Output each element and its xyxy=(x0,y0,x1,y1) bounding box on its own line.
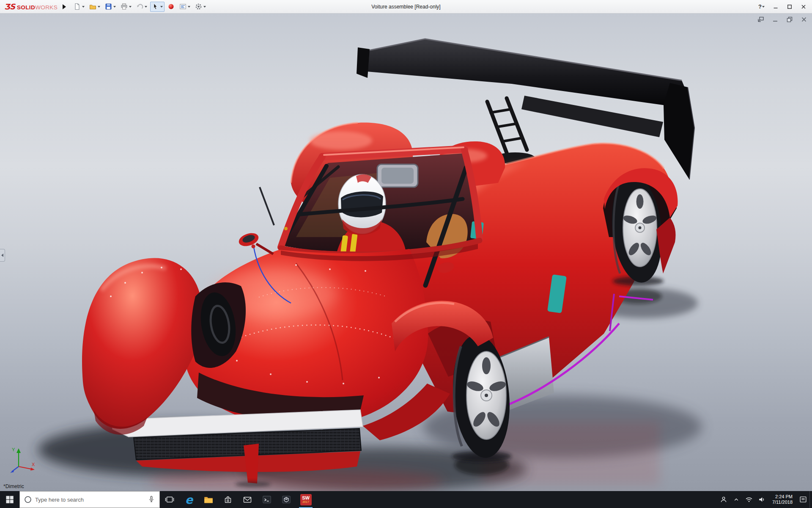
store-icon xyxy=(223,494,233,505)
solidworks-window: ƷS SOLID WORKS xyxy=(0,0,812,508)
appearance-button[interactable] xyxy=(166,2,176,12)
quick-access-toolbar xyxy=(72,2,208,12)
cube-icon xyxy=(281,494,292,505)
float-window-icon xyxy=(757,17,764,22)
dropdown-caret-icon xyxy=(160,6,163,8)
appearance-sphere-icon xyxy=(167,3,175,10)
edge-app-button[interactable]: e xyxy=(179,491,199,508)
taskbar: e xyxy=(0,491,812,508)
print-button[interactable] xyxy=(119,2,133,12)
save-icon xyxy=(105,3,112,10)
volume-button[interactable] xyxy=(755,491,768,508)
maximize-button[interactable] xyxy=(782,0,796,13)
dropdown-caret-icon xyxy=(145,6,147,8)
windows-start-icon xyxy=(5,494,15,505)
drawing-sheet-button[interactable] xyxy=(178,2,192,12)
new-document-icon xyxy=(74,3,81,10)
restore-document-button[interactable] xyxy=(785,16,794,23)
action-center-icon xyxy=(798,495,808,504)
triad-y-label: Y xyxy=(12,447,15,452)
restore-icon xyxy=(787,17,793,22)
undo-button[interactable] xyxy=(134,2,149,12)
file-explorer-icon xyxy=(203,494,214,505)
chevron-up-icon xyxy=(732,495,741,504)
show-desktop-strip[interactable] xyxy=(809,491,812,508)
3d-viewer-app-button[interactable] xyxy=(277,491,296,508)
maximize-icon xyxy=(787,4,792,9)
print-icon xyxy=(121,3,128,10)
dropdown-caret-icon xyxy=(113,6,116,8)
help-button[interactable]: ? xyxy=(754,0,768,13)
clock-time: 2:24 PM xyxy=(775,494,793,500)
file-explorer-button[interactable] xyxy=(199,491,218,508)
new-document-button[interactable] xyxy=(72,2,86,12)
orientation-triad: Y X xyxy=(8,444,38,477)
console-app-button[interactable] xyxy=(257,491,277,508)
store-app-button[interactable] xyxy=(218,491,238,508)
microphone-icon[interactable] xyxy=(147,495,156,504)
minimize-icon xyxy=(772,17,778,22)
console-icon xyxy=(261,494,272,505)
save-button[interactable] xyxy=(103,2,118,12)
open-icon xyxy=(89,3,96,10)
close-button[interactable] xyxy=(796,0,810,13)
dropdown-caret-icon xyxy=(98,6,100,8)
triad-x-label: X xyxy=(32,462,35,467)
close-document-button[interactable] xyxy=(799,16,809,23)
close-icon xyxy=(801,17,807,22)
minimize-button[interactable] xyxy=(768,0,782,13)
solidworks-icon: SW 2017 xyxy=(300,494,312,505)
hidden-icons-button[interactable] xyxy=(730,491,743,508)
window-controls: ? xyxy=(754,0,810,13)
network-icon xyxy=(744,495,754,504)
dropdown-caret-icon xyxy=(203,6,206,8)
people-icon xyxy=(719,495,728,504)
volume-icon xyxy=(757,495,766,504)
taskbar-search[interactable] xyxy=(19,491,160,508)
open-button[interactable] xyxy=(88,2,102,12)
dropdown-caret-icon xyxy=(188,6,190,8)
task-view-button[interactable] xyxy=(160,491,179,508)
options-button[interactable] xyxy=(193,2,208,12)
task-view-icon xyxy=(165,494,175,505)
drawing-sheet-icon xyxy=(179,3,187,10)
network-button[interactable] xyxy=(743,491,755,508)
action-center-button[interactable] xyxy=(797,491,809,508)
mail-icon xyxy=(242,494,252,505)
solidworks-logo: ƷS SOLID WORKS xyxy=(2,2,60,11)
menu-flyout-arrow-icon[interactable] xyxy=(63,4,66,9)
document-window-controls xyxy=(756,16,809,23)
cortana-icon xyxy=(23,495,33,504)
dropdown-caret-icon xyxy=(129,6,132,8)
3d-viewport[interactable]: Y X *Dimetric xyxy=(0,14,812,491)
dropdown-caret-icon xyxy=(82,6,85,8)
edge-icon: e xyxy=(185,494,193,505)
taskbar-spacer xyxy=(315,491,717,508)
float-window-button[interactable] xyxy=(756,16,765,23)
triad-axes-icon: Y X xyxy=(8,444,38,475)
search-input[interactable] xyxy=(35,497,144,503)
3d-scene[interactable] xyxy=(0,14,812,491)
solidworks-app-button[interactable]: SW 2017 xyxy=(296,491,315,508)
titlebar: ƷS SOLID WORKS xyxy=(0,0,812,14)
document-title: Voiture assemblee [Read-only] xyxy=(371,4,440,10)
dassault-logo-glyph: ƷS xyxy=(4,2,15,11)
dropdown-caret-icon xyxy=(762,6,765,8)
clock-date: 7/11/2018 xyxy=(772,500,793,505)
close-icon xyxy=(801,4,806,9)
people-button[interactable] xyxy=(717,491,730,508)
minimize-document-button[interactable] xyxy=(771,16,780,23)
view-orientation-label: *Dimetric xyxy=(3,483,24,489)
minimize-icon xyxy=(773,4,778,9)
collapsed-panel-arrow[interactable] xyxy=(0,249,5,262)
select-cursor-icon xyxy=(152,3,159,10)
undo-icon xyxy=(136,3,143,10)
mail-app-button[interactable] xyxy=(238,491,257,508)
taskbar-clock[interactable]: 2:24 PM 7/11/2018 xyxy=(768,491,797,508)
gear-icon xyxy=(195,3,202,10)
start-button[interactable] xyxy=(0,491,19,508)
select-tool-button[interactable] xyxy=(150,2,165,12)
